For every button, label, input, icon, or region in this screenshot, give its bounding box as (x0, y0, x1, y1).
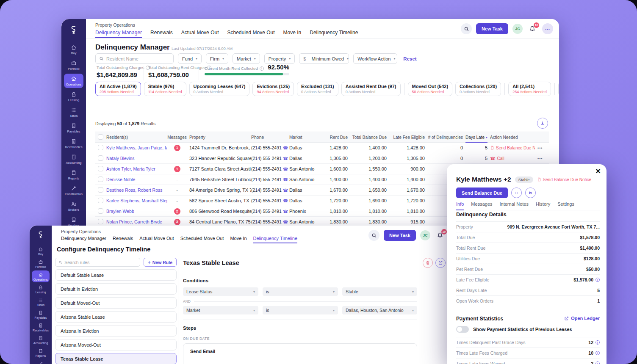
action-needed-link[interactable]: Call (490, 156, 535, 161)
skip-button[interactable] (525, 188, 536, 198)
select-all-checkbox[interactable] (98, 134, 103, 140)
notifications-bell-icon[interactable]: 10 (527, 23, 538, 34)
rule-item[interactable]: Default Moved-Out (55, 297, 177, 309)
phone-icon[interactable] (282, 166, 288, 171)
top-tab[interactable]: Renewals (150, 30, 173, 38)
top-tab[interactable]: Actual Move Out (139, 236, 174, 243)
row-checkbox[interactable] (98, 208, 103, 214)
info-icon[interactable] (595, 351, 600, 355)
filter-dropdown[interactable]: Property (264, 53, 295, 64)
sidebar-item[interactable]: Accounting (32, 334, 50, 346)
top-tab[interactable]: Delinquency Manager (61, 236, 106, 243)
rule-item[interactable]: Arizona Stable Lease (55, 311, 177, 323)
top-tab[interactable]: Scheduled Move Out (227, 30, 274, 38)
table-row[interactable]: Nataly Blevins - 323 Hanover Republic Sq… (95, 153, 549, 164)
top-tab[interactable]: Deliquency Manager (95, 30, 142, 38)
resident-link[interactable]: Kyle Matthews, Jason Paige, Ian... (106, 145, 167, 150)
refresh-icon[interactable] (166, 47, 170, 51)
panel-tab[interactable]: Internal Notes (500, 201, 529, 210)
pause-button[interactable] (511, 188, 522, 198)
rule-item[interactable]: Arizona Moved-Out (55, 339, 177, 350)
sidebar-item[interactable]: Construction (64, 183, 83, 198)
sidebar-item[interactable]: Portfolio (64, 58, 83, 72)
condition-operator-select[interactable]: is (263, 306, 338, 314)
rule-item[interactable]: Default in Eviction (55, 283, 177, 295)
panel-tab[interactable]: Info (456, 201, 464, 210)
row-checkbox[interactable] (98, 145, 103, 150)
top-tab[interactable]: Move In (283, 30, 302, 38)
row-checkbox[interactable] (98, 155, 103, 161)
resident-search-field[interactable] (95, 53, 174, 64)
top-tab[interactable]: Delinquency Timeline (253, 236, 298, 243)
notifications-bell-icon[interactable]: 10 (435, 230, 446, 241)
row-checkbox[interactable] (98, 166, 103, 171)
previous-leases-toggle[interactable] (456, 326, 469, 333)
message-count-badge[interactable]: 1 (174, 166, 180, 172)
message-count-badge[interactable]: 1 (174, 145, 180, 151)
sidebar-item[interactable]: Receivables (32, 321, 50, 333)
resident-search-input[interactable] (106, 56, 170, 61)
rule-item[interactable]: Texas Stable Lease (55, 353, 177, 364)
sidebar-item[interactable]: Portfolio (32, 258, 50, 270)
download-button[interactable] (537, 118, 548, 129)
phone-icon[interactable] (282, 188, 288, 193)
condition-value-select[interactable]: Stable (342, 287, 417, 296)
row-checkbox[interactable] (98, 219, 103, 224)
info-icon[interactable] (595, 278, 600, 282)
sidebar-item[interactable]: Payables (32, 309, 50, 320)
filter-dropdown[interactable]: Fund (178, 53, 202, 64)
resident-link[interactable]: Karlee Stephens, Marshall Steph... (106, 198, 167, 203)
filter-dropdown[interactable]: Market (233, 53, 260, 64)
sidebar-item[interactable]: Construction (32, 359, 50, 364)
filter-chip[interactable]: Evictions (125) 94 Actions Needed (252, 82, 294, 96)
more-menu-icon[interactable] (542, 23, 553, 34)
sidebar-item[interactable]: Leasing (32, 283, 50, 295)
rules-search-field[interactable] (55, 258, 140, 267)
top-tab[interactable]: Renewals (113, 236, 133, 243)
resident-link[interactable]: Destinee Ross, Robert Ross (106, 188, 167, 193)
search-icon[interactable] (461, 23, 472, 34)
delete-rule-button[interactable] (423, 258, 433, 268)
sidebar-item[interactable]: Buy (32, 245, 50, 257)
row-checkbox[interactable] (98, 187, 103, 193)
phone-icon[interactable] (282, 209, 288, 214)
resident-link[interactable]: Denisse Noble (106, 177, 167, 182)
panel-tab[interactable]: Settings (557, 201, 574, 210)
search-icon[interactable] (368, 230, 379, 241)
row-menu-icon[interactable] (537, 146, 543, 150)
panel-tab[interactable]: Messages (471, 201, 492, 210)
sidebar-item[interactable]: Tasks (64, 105, 83, 119)
send-balance-due-notice-link[interactable]: Send Balance Due Notice (537, 177, 592, 182)
info-icon[interactable] (260, 66, 264, 71)
row-checkbox[interactable] (98, 176, 103, 182)
filter-chip[interactable]: Moved Out (542) 50 Actions Needed (408, 82, 453, 96)
filter-chip[interactable]: All (2,541) 264 Actions Needed (508, 82, 551, 96)
filter-chip[interactable]: Excluded (131) 0 Actions Needed (297, 82, 338, 96)
reset-filters-button[interactable]: Reset (403, 56, 416, 61)
brand-logo-icon[interactable] (61, 19, 86, 41)
close-icon[interactable] (595, 166, 601, 176)
phone-icon[interactable] (282, 198, 288, 203)
sidebar-item[interactable]: Reports (64, 168, 83, 182)
minimum-owed-field[interactable]: Minimum Owed (299, 53, 349, 64)
filter-chip[interactable]: Non-Delinquent 0 Actions Needed (558, 82, 559, 96)
condition-field-select[interactable]: Lease Status (183, 287, 258, 296)
edit-rule-button[interactable] (435, 258, 446, 268)
rule-item[interactable]: Default Stable Lease (55, 269, 177, 281)
phone-icon[interactable] (282, 145, 288, 150)
avatar[interactable]: JC (512, 24, 523, 34)
phone-icon[interactable] (282, 219, 288, 224)
resident-link[interactable]: Nolan Prince, Garreth Bryde (106, 219, 167, 224)
rules-search-input[interactable] (64, 260, 136, 265)
filter-chip[interactable]: Upcoming Leases (647) 0 Actions Needed (189, 82, 250, 96)
sidebar-item[interactable]: Leasing (64, 89, 83, 104)
top-tab[interactable]: Delinquency Timeline (310, 30, 358, 38)
filter-dropdown[interactable]: Firm (206, 53, 228, 64)
sidebar-item[interactable]: Receivables (64, 136, 83, 151)
sort-days-late[interactable]: Days Late (465, 132, 487, 143)
phone-icon[interactable] (282, 177, 288, 182)
row-checkbox[interactable] (98, 198, 103, 203)
table-row[interactable]: Kyle Matthews, Jason Paige, Ian... 1 142… (95, 143, 549, 153)
sidebar-item[interactable]: Operations (32, 270, 50, 282)
sidebar-item[interactable]: Brokers (64, 199, 83, 213)
